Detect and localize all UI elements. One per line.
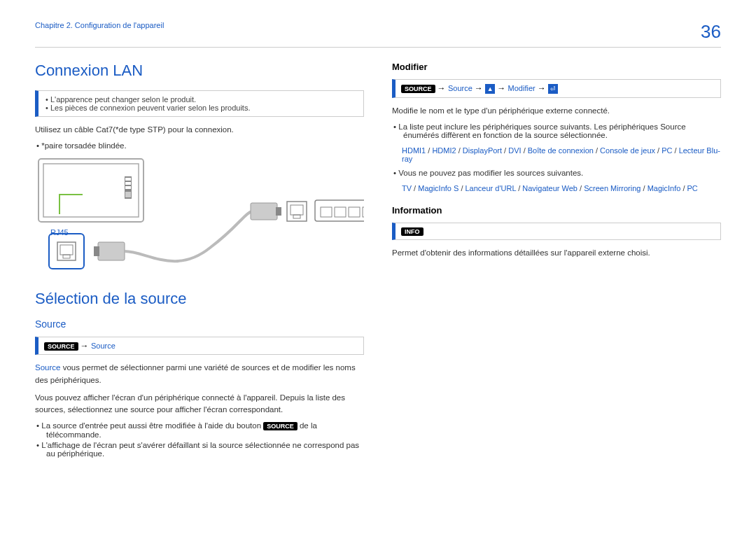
rj45-label: RJ45	[50, 228, 69, 237]
svg-rect-22	[363, 207, 364, 217]
information-heading: Information	[392, 205, 721, 216]
source-badge: SOURCE	[401, 85, 435, 93]
source-desc-1: Source vous permet de sélectionner parmi…	[35, 362, 364, 386]
source-path-link: Source	[448, 84, 472, 92]
svg-rect-4	[125, 182, 131, 185]
lan-note-box: L'apparence peut changer selon le produi…	[35, 90, 364, 117]
modifier-heading: Modifier	[392, 62, 721, 72]
information-desc: Permet d'obtenir des informations détail…	[392, 247, 721, 259]
stp-footnote: *paire torsadée blindée.	[46, 141, 364, 150]
svg-rect-10	[63, 255, 70, 258]
svg-rect-13	[251, 203, 277, 220]
svg-rect-9	[60, 245, 73, 255]
svg-rect-3	[125, 178, 131, 181]
modifier-list-b: Vous ne pouvez pas modifier les sources …	[403, 169, 721, 177]
lan-cable-text: Utilisez un câble Cat7(*de type STP) pou…	[35, 124, 364, 136]
svg-rect-20	[335, 207, 346, 217]
svg-rect-7	[49, 234, 84, 269]
modifier-options-1: HDMI1 / HDMI2 / DisplayPort / DVI / Boît…	[402, 146, 721, 163]
svg-rect-18	[315, 200, 364, 221]
source-note-a: La source d'entrée peut aussi être modif…	[46, 421, 364, 439]
svg-rect-6	[125, 192, 131, 197]
source-path-box: SOURCE → Source	[35, 337, 364, 355]
lan-heading: Connexion LAN	[35, 62, 364, 80]
chapter-title: Chapitre 2. Configuration de l'appareil	[35, 21, 164, 29]
source-note-b: L'affichage de l'écran peut s'avérer déf…	[46, 441, 364, 458]
modifier-path-link: Modifier	[508, 84, 536, 92]
right-column: Modifier SOURCE → Source → ▲ → Modifier …	[392, 62, 721, 465]
left-column: Connexion LAN L'apparence peut changer s…	[35, 62, 364, 465]
svg-rect-21	[349, 207, 360, 217]
source-badge: SOURCE	[44, 342, 78, 351]
svg-rect-16	[290, 205, 303, 215]
source-subheading: Source	[35, 318, 364, 330]
source-badge-inline: SOURCE	[263, 422, 298, 430]
svg-rect-1	[43, 164, 139, 217]
source-selection-heading: Sélection de la source	[35, 290, 364, 308]
modifier-path-box: SOURCE → Source → ▲ → Modifier → ⏎	[392, 79, 721, 98]
svg-rect-5	[125, 186, 131, 189]
info-path-box: INFO	[392, 223, 721, 240]
page-number: 36	[701, 21, 721, 43]
modifier-options-2: TV / MagicInfo S / Lanceur d'URL / Navig…	[402, 184, 721, 192]
svg-rect-14	[276, 207, 281, 216]
lan-diagram: RJ45	[35, 157, 364, 276]
info-badge: INFO	[401, 227, 424, 236]
page-header: Chapitre 2. Configuration de l'appareil …	[35, 21, 721, 48]
note-item: Les pièces de connexion peuvent varier s…	[46, 104, 356, 112]
note-item: L'apparence peut changer selon le produi…	[46, 95, 356, 104]
source-path-link: Source	[91, 342, 115, 350]
up-arrow-icon: ▲	[485, 84, 495, 94]
svg-rect-11	[98, 242, 125, 260]
svg-rect-12	[94, 246, 99, 256]
enter-icon: ⏎	[548, 84, 558, 94]
modifier-list-a: La liste peut inclure les périphériques …	[403, 122, 721, 139]
svg-rect-17	[293, 215, 300, 218]
svg-rect-19	[321, 207, 332, 217]
modifier-desc: Modifie le nom et le type d'un périphéri…	[392, 105, 721, 117]
source-desc-2: Vous pouvez afficher l'écran d'un périph…	[35, 392, 364, 416]
